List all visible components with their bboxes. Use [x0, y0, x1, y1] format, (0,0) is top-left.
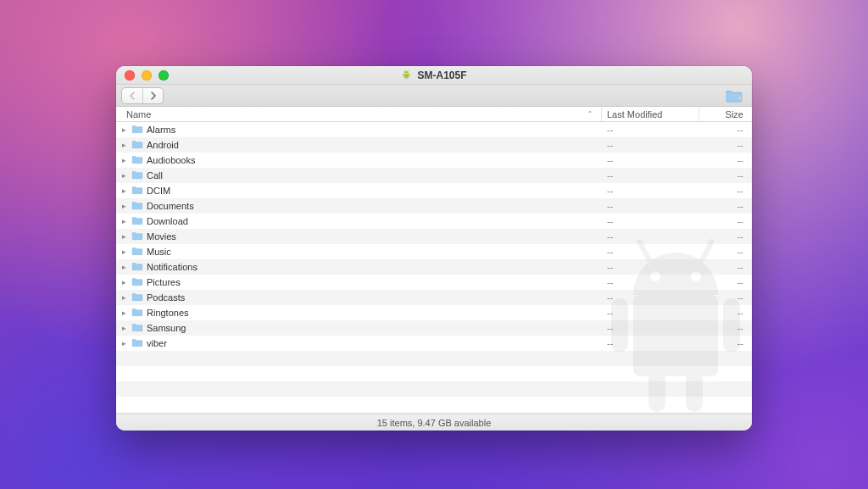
titlebar[interactable]: SM-A105F [116, 66, 752, 85]
new-folder-button[interactable] [721, 86, 747, 105]
file-modified: -- [602, 308, 699, 318]
file-name: Alarms [147, 125, 175, 135]
file-size: -- [699, 186, 752, 196]
file-modified: -- [602, 292, 699, 303]
table-row[interactable]: ▸Notifications---- [116, 259, 752, 275]
column-name-label: Name [126, 109, 151, 119]
file-list[interactable]: ▸Alarms----▸Android----▸Audiobooks----▸C… [116, 122, 752, 414]
file-name: Podcasts [147, 292, 185, 303]
file-modified: -- [602, 323, 699, 333]
file-name: Movies [147, 231, 176, 242]
disclosure-chevron-icon[interactable]: ▸ [120, 156, 128, 164]
disclosure-chevron-icon[interactable]: ▸ [120, 247, 128, 256]
file-modified: -- [602, 170, 699, 181]
sort-indicator-icon: ˄ [588, 110, 596, 119]
forward-button[interactable] [142, 88, 163, 103]
file-size: -- [699, 277, 752, 287]
disclosure-chevron-icon[interactable]: ▸ [120, 324, 128, 332]
file-size: -- [699, 247, 752, 257]
file-size: -- [699, 231, 752, 242]
column-size[interactable]: Size [699, 107, 752, 121]
file-name: Documents [147, 201, 194, 211]
folder-icon [131, 215, 143, 227]
disclosure-chevron-icon[interactable]: ▸ [120, 339, 128, 347]
table-row[interactable]: ▸Pictures---- [116, 275, 752, 290]
table-row[interactable]: ▸Call---- [116, 168, 752, 183]
table-row[interactable]: ▸Movies---- [116, 229, 752, 244]
file-size: -- [699, 140, 752, 150]
folder-icon [131, 261, 143, 273]
file-name: Samsung [147, 323, 186, 333]
table-row[interactable]: ▸Download---- [116, 214, 752, 229]
file-name: Call [147, 170, 163, 181]
disclosure-chevron-icon[interactable]: ▸ [120, 293, 128, 302]
file-modified: -- [602, 140, 699, 150]
status-text: 15 items, 9.47 GB available [377, 418, 492, 428]
svg-rect-0 [404, 74, 409, 78]
column-modified-label: Last Modified [607, 109, 662, 119]
file-modified: -- [602, 262, 699, 272]
back-button[interactable] [122, 88, 142, 103]
table-row[interactable]: ▸Documents---- [116, 198, 752, 214]
file-size: -- [699, 308, 752, 318]
svg-rect-4 [408, 77, 409, 79]
column-headers: Name ˄ Last Modified Size [116, 107, 752, 122]
folder-icon [131, 322, 143, 334]
table-row[interactable]: ▸Samsung---- [116, 320, 752, 336]
disclosure-chevron-icon[interactable]: ▸ [120, 125, 128, 134]
disclosure-chevron-icon[interactable]: ▸ [120, 217, 128, 225]
file-size: -- [699, 216, 752, 226]
file-size: -- [699, 292, 752, 303]
file-name: viber [147, 338, 167, 348]
file-size: -- [699, 323, 752, 333]
minimize-icon[interactable] [142, 70, 152, 81]
table-row[interactable]: ▸Audiobooks---- [116, 153, 752, 168]
disclosure-chevron-icon[interactable]: ▸ [120, 202, 128, 210]
column-last-modified[interactable]: Last Modified [602, 107, 699, 121]
chevron-right-icon [150, 92, 157, 100]
android-icon [401, 69, 412, 81]
file-modified: -- [602, 125, 699, 135]
folder-icon [131, 154, 143, 166]
table-row[interactable]: ▸Podcasts---- [116, 290, 752, 305]
table-row[interactable]: ▸Android---- [116, 137, 752, 153]
file-name: Download [147, 216, 188, 226]
table-row[interactable]: ▸Alarms---- [116, 122, 752, 137]
folder-icon [131, 246, 143, 258]
table-row[interactable]: ▸DCIM---- [116, 183, 752, 198]
table-row[interactable]: ▸Music---- [116, 244, 752, 259]
folder-icon [131, 185, 143, 197]
table-row[interactable]: ▸Ringtones---- [116, 305, 752, 320]
folder-icon [131, 292, 143, 303]
file-modified: -- [602, 247, 699, 257]
column-name[interactable]: Name ˄ [116, 107, 602, 121]
file-size: -- [699, 125, 752, 135]
disclosure-chevron-icon[interactable]: ▸ [120, 186, 128, 195]
file-name: DCIM [147, 186, 170, 196]
file-size: -- [699, 338, 752, 348]
close-icon[interactable] [125, 70, 135, 81]
toolbar [116, 85, 752, 107]
file-transfer-window: SM-A105F [116, 66, 752, 431]
column-size-label: Size [726, 109, 743, 119]
svg-rect-6 [408, 70, 409, 72]
table-row[interactable]: ▸viber---- [116, 336, 752, 351]
folder-icon [131, 307, 143, 319]
file-modified: -- [602, 186, 699, 196]
disclosure-chevron-icon[interactable]: ▸ [120, 308, 128, 317]
new-folder-icon [725, 88, 743, 103]
file-modified: -- [602, 155, 699, 165]
file-name: Android [147, 140, 179, 150]
file-modified: -- [602, 231, 699, 242]
disclosure-chevron-icon[interactable]: ▸ [120, 232, 128, 241]
disclosure-chevron-icon[interactable]: ▸ [120, 263, 128, 271]
file-name: Pictures [147, 277, 181, 287]
disclosure-chevron-icon[interactable]: ▸ [120, 278, 128, 286]
folder-icon [131, 231, 143, 242]
status-bar: 15 items, 9.47 GB available [116, 414, 752, 431]
zoom-icon[interactable] [159, 70, 169, 81]
folder-icon [131, 200, 143, 212]
disclosure-chevron-icon[interactable]: ▸ [120, 171, 128, 180]
file-name: Music [147, 247, 171, 257]
disclosure-chevron-icon[interactable]: ▸ [120, 141, 128, 149]
